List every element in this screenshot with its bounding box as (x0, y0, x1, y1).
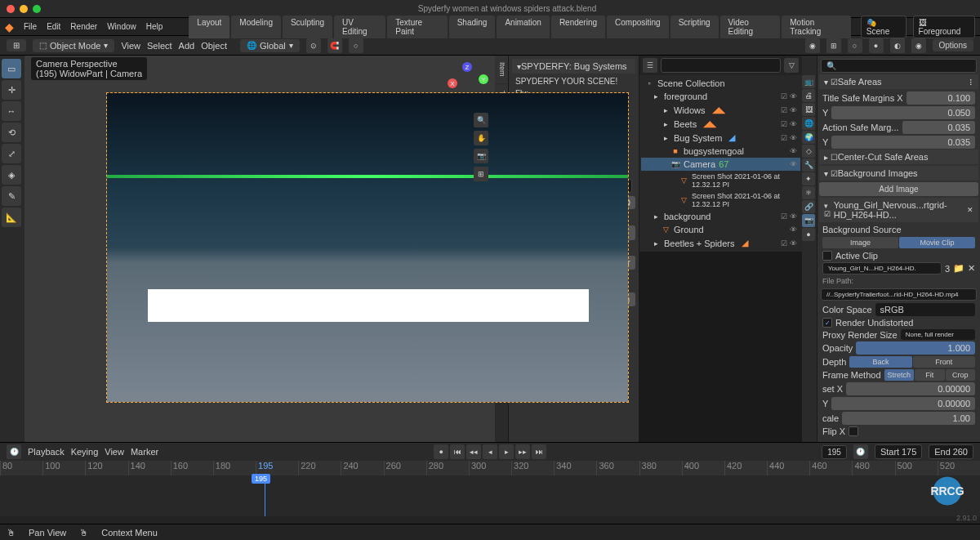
maximize-window-icon[interactable] (33, 5, 41, 13)
shading-solid-icon[interactable]: ● (869, 38, 884, 53)
header-menu-add[interactable]: Add (179, 41, 195, 51)
gizmo-y-icon[interactable]: Y (479, 74, 488, 84)
perspective-icon[interactable]: ⊞ (474, 167, 488, 181)
frame-end[interactable]: End 260 (929, 444, 973, 459)
editor-type-dropdown[interactable]: ⊞ (7, 39, 26, 51)
xray-icon[interactable]: ⊞ (826, 38, 841, 53)
header-menu-select[interactable]: Select (147, 41, 172, 51)
active-clip-checkbox[interactable] (822, 251, 832, 261)
source-movie-button[interactable]: Movie Clip (899, 237, 975, 248)
gizmo-x-icon[interactable]: X (448, 78, 457, 88)
particle-props-icon[interactable]: ✦ (802, 172, 815, 185)
timeline-ruler[interactable]: 80 100 120 140 160 180 195 220 240 260 2… (0, 461, 980, 475)
flip-x-checkbox[interactable] (849, 426, 858, 436)
center-cut-header[interactable]: ▸ ☐ Center-Cut Safe Areas (819, 150, 978, 164)
offset-y[interactable]: 0.00000 (831, 397, 975, 410)
tab-rendering[interactable]: Rendering (551, 16, 605, 38)
outliner-item[interactable]: ▸Beetles + Spiders◢☑ 👁 (641, 236, 800, 250)
proportional-icon[interactable]: ○ (349, 38, 363, 53)
viewlayer-props-icon[interactable]: 🖼 (802, 103, 815, 116)
camera-view-icon[interactable]: 📷 (474, 149, 488, 163)
marker-menu[interactable]: Marker (131, 447, 158, 457)
cursor-tool-icon[interactable]: ✛ (2, 80, 21, 100)
measure-tool-icon[interactable]: 📐 (2, 208, 21, 227)
physics-props-icon[interactable]: ⚛ (802, 186, 815, 199)
tab-animation[interactable]: Animation (497, 16, 549, 38)
tab-layout[interactable]: Layout (189, 16, 229, 38)
play-icon[interactable]: ▸ (499, 444, 514, 459)
move-tool-icon[interactable]: ↔ (2, 101, 21, 121)
tab-video[interactable]: Video Editing (720, 16, 781, 38)
viewport-3d[interactable]: Camera Perspective (195) WidowPart | Cam… (24, 56, 495, 442)
outliner-item[interactable]: ▽Screen Shot 2021-01-06 at 12.32.12 PI (641, 190, 800, 210)
title-safe-x[interactable]: 0.100 (906, 91, 975, 105)
file-path-input[interactable]: //..SpyderfyTrailerfoot...rid-HD_H264-HD… (821, 288, 977, 301)
spyderfy-title[interactable]: ▾ SPYDERFY: Bug Systems (512, 59, 635, 74)
color-space-dropdown[interactable]: sRGB (875, 303, 975, 316)
tab-modeling[interactable]: Modeling (231, 16, 281, 38)
outliner-item[interactable]: ▽Screen Shot 2021-01-06 at 12.32.12 PI (641, 171, 800, 190)
output-props-icon[interactable]: 🖨 (802, 89, 815, 102)
tab-sculpting[interactable]: Sculpting (283, 16, 332, 38)
tab-shading[interactable]: Shading (449, 16, 496, 38)
pivot-icon[interactable]: ⊙ (306, 38, 321, 53)
outliner-type-icon[interactable]: ☰ (643, 58, 657, 73)
render-props-icon[interactable]: 📺 (802, 75, 815, 88)
tab-texture[interactable]: Texture Paint (387, 16, 447, 38)
annotate-tool-icon[interactable]: ✎ (2, 186, 21, 206)
frame-start[interactable]: Start 175 (875, 444, 922, 459)
next-key-icon[interactable]: ▸▸ (515, 444, 530, 459)
menu-file[interactable]: File (24, 22, 37, 31)
jump-start-icon[interactable]: ⏮ (450, 444, 465, 459)
material-props-icon[interactable]: ● (802, 228, 815, 241)
keying-menu[interactable]: Keying (71, 447, 99, 457)
title-safe-y[interactable]: 0.050 (831, 106, 975, 119)
proxy-dropdown[interactable]: None, full render (901, 329, 975, 340)
data-props-icon[interactable]: 📷 (802, 214, 815, 227)
outliner-item[interactable]: ■bugsystemgoal👁 (641, 145, 800, 158)
browse-icon[interactable]: 📁 (953, 263, 964, 274)
constraint-props-icon[interactable]: 🔗 (802, 200, 815, 213)
depth-back-button[interactable]: Back (849, 356, 911, 368)
modifier-props-icon[interactable]: 🔧 (802, 158, 815, 172)
object-props-icon[interactable]: ◇ (802, 145, 815, 158)
view-menu[interactable]: View (105, 447, 124, 457)
orientation-dropdown[interactable]: 🌐 Global ▾ (240, 39, 300, 52)
shading-material-icon[interactable]: ◐ (890, 38, 905, 53)
zoom-icon[interactable]: 🔍 (474, 113, 488, 127)
scene-collection-item[interactable]: ▫Scene Collection (641, 77, 800, 90)
outliner-item[interactable]: ▽Ground👁 (641, 223, 800, 236)
scale-field[interactable]: 1.00 (842, 412, 975, 425)
scene-props-icon[interactable]: 🌐 (802, 117, 815, 130)
options-dropdown[interactable]: Options (933, 39, 973, 51)
tab-uv[interactable]: UV Editing (334, 16, 385, 38)
action-safe-y[interactable]: 0.035 (831, 136, 975, 149)
minimize-window-icon[interactable] (20, 5, 28, 13)
outliner-item[interactable]: ▸Widows◢◣☑ 👁 (641, 103, 800, 117)
tab-compositing[interactable]: Compositing (607, 16, 669, 38)
preview-range-icon[interactable]: 🕐 (853, 444, 868, 459)
outliner-item[interactable]: ▸Bug System◢☑ 👁 (641, 131, 800, 145)
shading-rendered-icon[interactable]: ◉ (911, 38, 926, 53)
clip-name-field[interactable]: Young_Girl_N...HD_H264-HD. (822, 262, 942, 274)
menu-window[interactable]: Window (107, 22, 136, 31)
outliner-search[interactable] (661, 58, 781, 73)
offset-x[interactable]: 0.00000 (846, 382, 975, 395)
menu-edit[interactable]: Edit (47, 22, 60, 31)
depth-front-button[interactable]: Front (913, 356, 975, 368)
add-image-button[interactable]: Add Image (819, 182, 978, 196)
overlay-icon[interactable]: ◉ (805, 38, 820, 53)
pan-icon[interactable]: ✋ (474, 131, 488, 145)
outliner-item-camera[interactable]: 📷Camera 67👁 (641, 158, 800, 171)
source-image-button[interactable]: Image (822, 237, 898, 248)
playback-menu[interactable]: Playback (28, 447, 65, 457)
header-menu-object[interactable]: Object (201, 41, 227, 51)
outliner-item[interactable]: ▸Beets◢◣☑ 👁 (641, 117, 800, 131)
autokey-icon[interactable]: ● (434, 444, 448, 459)
world-props-icon[interactable]: 🌍 (802, 131, 815, 144)
outliner-item[interactable]: ▸foreground☑ 👁 (641, 90, 800, 103)
timeline-type-icon[interactable]: 🕐 (7, 444, 21, 459)
tab-item[interactable]: Item (495, 56, 508, 83)
nav-gizmo[interactable]: X Y Z (448, 62, 488, 103)
play-reverse-icon[interactable]: ◂ (483, 444, 497, 459)
